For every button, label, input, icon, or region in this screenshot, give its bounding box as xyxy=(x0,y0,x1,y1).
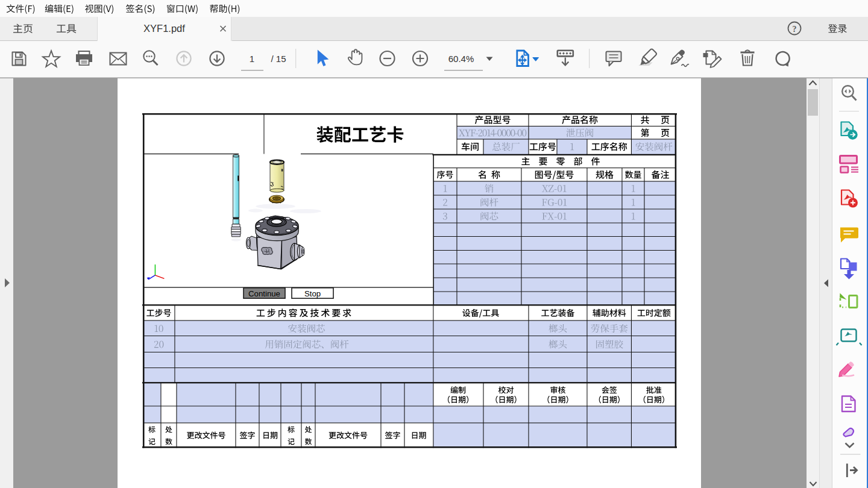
svg-text:Stop: Stop xyxy=(304,289,321,298)
svg-text:Continue: Continue xyxy=(248,289,280,298)
svg-text:60.4%: 60.4% xyxy=(448,54,474,64)
svg-text:?: ? xyxy=(793,25,797,34)
svg-text:XYF1.pdf: XYF1.pdf xyxy=(143,23,185,34)
svg-text:1: 1 xyxy=(250,54,254,64)
svg-text:/ 15: / 15 xyxy=(271,54,286,64)
